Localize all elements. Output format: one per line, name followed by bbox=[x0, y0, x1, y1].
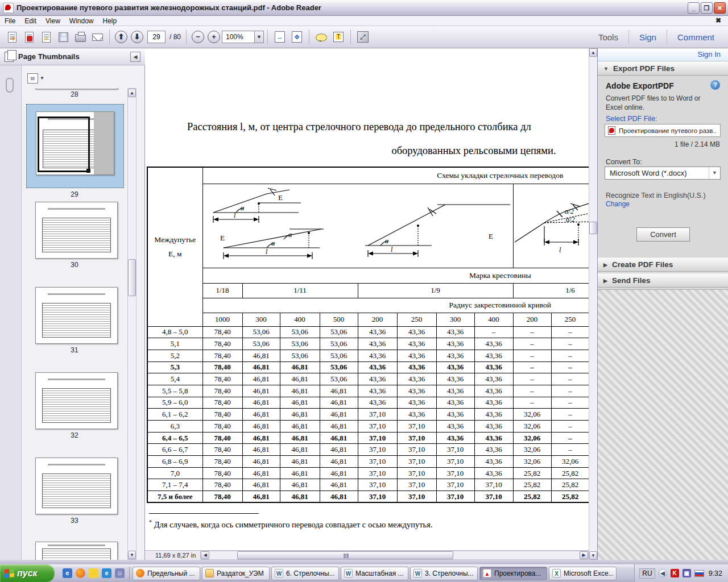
previous-page-button[interactable]: ⬆ bbox=[115, 31, 127, 43]
view-rectangle-handle[interactable] bbox=[86, 169, 90, 173]
value-cell: 46,81 bbox=[280, 467, 320, 479]
create-pdf-section-header[interactable]: ▶ Create PDF Files bbox=[598, 257, 728, 272]
convert-format-select[interactable]: Microsoft Word (*.docx) ▼ bbox=[605, 167, 721, 180]
hidden-icons-chevron[interactable]: ◀ bbox=[659, 569, 667, 577]
highlighter-icon bbox=[333, 32, 344, 42]
scroll-down-icon[interactable]: ▼ bbox=[128, 551, 136, 559]
thumbnail-content bbox=[48, 208, 105, 210]
change-language-link[interactable]: Change bbox=[606, 200, 630, 208]
flag-tray-icon[interactable] bbox=[694, 570, 704, 577]
scroll-right-icon[interactable]: ▶ bbox=[580, 551, 588, 559]
minimize-button[interactable]: _ bbox=[688, 2, 700, 14]
thumbnail-page-image[interactable] bbox=[35, 372, 118, 429]
value-cell: 43,36 bbox=[436, 397, 474, 409]
mark-header-cell: Марка крестовины bbox=[202, 268, 589, 283]
value-cell: – bbox=[551, 385, 589, 397]
attachments-icon[interactable] bbox=[6, 78, 14, 93]
taskbar-button-word[interactable]: W3. Стрелочны... bbox=[410, 567, 478, 580]
email-button[interactable] bbox=[90, 30, 105, 44]
navigation-rail bbox=[0, 65, 22, 560]
page-view-rectangle[interactable] bbox=[38, 117, 90, 172]
send-files-section-header[interactable]: ▶ Send Files bbox=[598, 273, 728, 288]
thumbnail-page-image[interactable] bbox=[35, 287, 118, 344]
thumbnail-page-image[interactable] bbox=[35, 458, 118, 514]
lightning-icon[interactable]: ⚡ bbox=[89, 568, 98, 578]
export-pdf-section-header[interactable]: ▼ Export PDF Files bbox=[598, 61, 728, 76]
fit-width-button[interactable]: ↔ bbox=[272, 30, 287, 44]
scroll-left-icon[interactable]: ◀ bbox=[201, 551, 209, 559]
zoom-level-input[interactable]: 100% bbox=[222, 31, 255, 43]
thumbnail-options-button[interactable]: ▤ ▼ bbox=[27, 73, 44, 84]
scroll-up-icon[interactable]: ▲ bbox=[589, 48, 597, 57]
fullscreen-button[interactable]: ⤢ bbox=[355, 30, 370, 44]
scrollbar-thumb[interactable] bbox=[589, 222, 597, 234]
internet-explorer-icon[interactable]: e bbox=[102, 568, 111, 578]
zoom-in-button[interactable]: + bbox=[208, 31, 220, 43]
tab-sign[interactable]: Sign bbox=[629, 32, 667, 42]
thumbnail-selected[interactable] bbox=[26, 104, 124, 188]
document-horizontal-scrollbar[interactable]: ◀ ▶ bbox=[200, 551, 589, 560]
app-tray-icon[interactable]: ▣ bbox=[682, 569, 691, 577]
zoom-dropdown-button[interactable]: ▼ bbox=[255, 31, 264, 43]
value-cell: 37,10 bbox=[397, 467, 436, 479]
help-icon[interactable]: ? bbox=[710, 80, 720, 90]
messenger-icon[interactable]: ☺ bbox=[115, 568, 125, 578]
taskbar-button-firefox[interactable]: Предельный ... bbox=[133, 567, 200, 580]
taskbar-button-acrobat[interactable]: ▲Проектирова... bbox=[479, 567, 547, 580]
convert-button[interactable]: Convert bbox=[636, 227, 690, 242]
value-cell: 46,81 bbox=[242, 421, 280, 433]
value-cell: 37,10 bbox=[436, 479, 474, 491]
language-indicator[interactable]: RU bbox=[639, 568, 655, 579]
collapse-panel-button[interactable]: ◀ bbox=[130, 52, 140, 62]
thumbnail-page-image[interactable] bbox=[35, 88, 118, 89]
thumbnail-page-image[interactable] bbox=[36, 111, 114, 175]
taskbar-button-word[interactable]: WМасштабная ... bbox=[341, 567, 408, 580]
print-button[interactable] bbox=[73, 30, 88, 44]
tab-tools[interactable]: Tools bbox=[588, 32, 628, 42]
menu-item-help[interactable]: Help bbox=[98, 16, 122, 26]
scroll-down-icon[interactable]: ▼ bbox=[589, 551, 597, 560]
thumbnail-content bbox=[42, 548, 110, 560]
next-page-button[interactable]: ⬇ bbox=[131, 31, 143, 43]
restore-button[interactable]: ❐ bbox=[701, 2, 713, 14]
scrollbar-thumb[interactable] bbox=[128, 259, 136, 296]
fit-page-button[interactable]: ✥ bbox=[289, 30, 304, 44]
taskbar-button-folder[interactable]: Раздаток_УЭМ bbox=[202, 567, 270, 580]
app-shortcut-icon[interactable]: e bbox=[63, 568, 72, 578]
selected-file-box[interactable]: Проектирование путевого разв... bbox=[605, 124, 721, 137]
taskbar-button-word[interactable]: W6. Стрелочны... bbox=[271, 567, 339, 580]
sign-document-button[interactable] bbox=[39, 30, 53, 44]
select-pdf-file-link[interactable]: Select PDF File: bbox=[606, 115, 657, 123]
menu-item-file[interactable]: File bbox=[0, 16, 20, 26]
sticky-note-button[interactable] bbox=[314, 30, 329, 44]
sign-in-link[interactable]: Sign In bbox=[698, 48, 728, 61]
zoom-out-button[interactable]: − bbox=[192, 31, 204, 43]
save-button[interactable] bbox=[56, 30, 71, 44]
scrollbar-thumb[interactable] bbox=[237, 551, 453, 559]
document-vertical-scrollbar[interactable]: ▲ ▼ bbox=[589, 48, 597, 560]
value-cell: 43,36 bbox=[436, 373, 474, 385]
firefox-icon[interactable] bbox=[76, 568, 85, 578]
thumbnail-page-image[interactable] bbox=[35, 542, 118, 560]
value-cell: 37,10 bbox=[397, 432, 436, 444]
menu-item-window[interactable]: Window bbox=[65, 16, 98, 26]
value-cell: 46,81 bbox=[320, 421, 358, 433]
close-document-icon[interactable]: ✖ bbox=[715, 16, 721, 24]
tab-comment[interactable]: Comment bbox=[667, 32, 725, 42]
antivirus-tray-icon[interactable]: K bbox=[671, 569, 679, 577]
scroll-up-icon[interactable]: ▲ bbox=[128, 89, 136, 97]
taskbar-button-excel[interactable]: XMicrosoft Exce... bbox=[549, 567, 617, 580]
menu-item-view[interactable]: View bbox=[41, 16, 65, 26]
page-number-input[interactable] bbox=[147, 31, 166, 43]
value-cell: – bbox=[513, 326, 551, 338]
start-button[interactable]: пуск bbox=[0, 564, 55, 582]
thumbnails-scrollbar[interactable]: ▲ ▼ bbox=[127, 88, 136, 560]
create-pdf-button[interactable] bbox=[22, 30, 36, 44]
thumbnail-page-image[interactable] bbox=[35, 202, 118, 259]
menu-item-edit[interactable]: Edit bbox=[20, 16, 41, 26]
value-cell: 46,81 bbox=[280, 479, 320, 491]
symmetric-turnout-drawing: α/2 α/2 l bbox=[514, 184, 589, 265]
close-button[interactable]: ✕ bbox=[714, 2, 726, 14]
open-button[interactable] bbox=[5, 30, 19, 44]
highlight-text-button[interactable] bbox=[331, 30, 346, 44]
